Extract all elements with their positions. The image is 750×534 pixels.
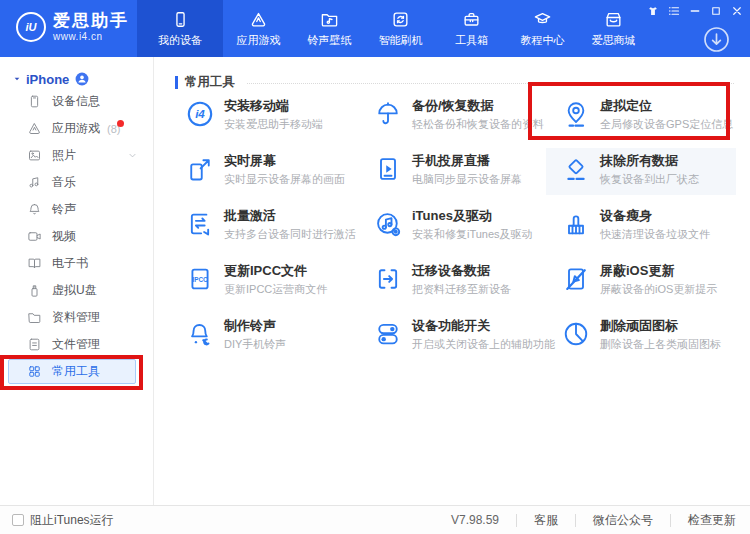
ringtones-icon (27, 202, 42, 217)
checkbox-icon[interactable] (12, 514, 24, 526)
sidebar-item-ringtones[interactable]: 铃声 (0, 196, 153, 223)
close-button[interactable] (731, 5, 743, 17)
app-title: 爱思助手 (53, 12, 129, 29)
chevron-down-icon[interactable] (127, 150, 138, 161)
data-management-icon (27, 310, 42, 325)
download-manager-button[interactable] (702, 25, 731, 54)
version-label: V7.98.59 (451, 513, 516, 527)
tool-text: 制作铃声DIY手机铃声 (224, 319, 286, 374)
tool-device-slim[interactable]: 设备瘦身快速清理设备垃圾文件 (562, 209, 750, 264)
i4-mall-icon (604, 10, 623, 29)
nav-tab-i4-mall[interactable]: 爱思商城 (578, 0, 649, 57)
tool-text: 迁移设备数据把资料迁移至新设备 (412, 264, 511, 319)
device-slim-icon (562, 210, 590, 238)
main-content: 常用工具 i4安装移动端安装爱思助手移动端备份/恢复数据轻松备份和恢复设备的资料… (154, 57, 750, 506)
virtual-usb-icon (27, 283, 42, 298)
statusbar-link-2[interactable]: 检查更新 (670, 514, 750, 527)
sidebar-item-common-tools[interactable]: 常用工具 (0, 358, 153, 385)
tool-text: iTunes及驱动安装和修复iTunes及驱动 (412, 209, 533, 264)
device-info-icon (27, 94, 42, 109)
block-itunes-checkbox-row[interactable]: 阻止iTunes运行 (12, 512, 114, 529)
file-management-icon (27, 337, 42, 352)
sidebar: iPhone 设备信息应用游戏(8)照片音乐铃声视频电子书虚拟U盘资料管理文件管… (0, 57, 154, 506)
nav-tab-toolbox[interactable]: 工具箱 (436, 0, 507, 57)
statusbar-link-0[interactable]: 客服 (516, 514, 575, 527)
minimize-button[interactable] (689, 5, 701, 17)
svg-text:IPCC: IPCC (192, 276, 207, 283)
menu-button[interactable] (668, 5, 680, 17)
tools-grid: i4安装移动端安装爱思助手移动端备份/恢复数据轻松备份和恢复设备的资料虚拟定位全… (186, 99, 750, 374)
section-header: 常用工具 (175, 74, 734, 91)
tool-text: 安装移动端安装爱思助手移动端 (224, 99, 323, 154)
make-ringtone-icon (186, 320, 214, 348)
my-device-icon (171, 10, 190, 29)
sidebar-item-videos[interactable]: 视频 (0, 223, 153, 250)
erase-all-data-icon (562, 155, 590, 183)
itunes-driver-icon (374, 210, 402, 238)
app-window: iU 爱思助手 www.i4.cn 我的设备应用游戏铃声壁纸智能刷机工具箱教程中… (0, 0, 750, 534)
app-update-count: (8) (107, 123, 120, 135)
statusbar-link-1[interactable]: 微信公众号 (575, 514, 670, 527)
tool-update-ipcc[interactable]: IPCC更新IPCC文件更新IPCC运营商文件 (186, 264, 374, 319)
tool-text: 手机投屏直播电脑同步显示设备屏幕 (412, 154, 522, 209)
virtual-location-icon (562, 100, 590, 128)
tool-block-ios-update[interactable]: 屏蔽iOS更新屏蔽设备的iOS更新提示 (562, 264, 750, 319)
photos-icon (27, 148, 42, 163)
nav-tab-my-device[interactable]: 我的设备 (137, 0, 223, 57)
nav-tab-app-games[interactable]: 应用游戏 (223, 0, 294, 57)
tool-screen-mirror[interactable]: 手机投屏直播电脑同步显示设备屏幕 (374, 154, 562, 209)
tool-migrate-data[interactable]: 迁移设备数据把资料迁移至新设备 (374, 264, 562, 319)
sidebar-item-file-management[interactable]: 文件管理 (0, 331, 153, 358)
i4-logo-icon: iU (16, 12, 46, 42)
statusbar-right: V7.98.59 客服微信公众号检查更新 (451, 513, 750, 527)
sidebar-item-app-games[interactable]: 应用游戏(8) (0, 115, 153, 142)
window-controls (647, 5, 743, 17)
migrate-data-icon (374, 265, 402, 293)
tool-text: 抹除所有数据恢复设备到出厂状态 (600, 154, 699, 209)
sidebar-item-photos[interactable]: 照片 (0, 142, 153, 169)
batch-activate-icon (186, 210, 214, 238)
sidebar-list: 设备信息应用游戏(8)照片音乐铃声视频电子书虚拟U盘资料管理文件管理常用工具 (0, 88, 153, 385)
screen-mirror-icon (374, 155, 402, 183)
app-logo: iU 爱思助手 www.i4.cn (16, 12, 129, 42)
device-header[interactable]: iPhone (0, 57, 153, 88)
toolbox-icon (462, 10, 481, 29)
delete-stubborn-icons-icon (562, 320, 590, 348)
tool-feature-toggles[interactable]: 设备功能开关开启或关闭设备上的辅助功能 (374, 319, 562, 374)
tool-install-mobile[interactable]: i4安装移动端安装爱思助手移动端 (186, 99, 374, 154)
tool-backup-restore[interactable]: 备份/恢复数据轻松备份和恢复设备的资料 (374, 99, 562, 154)
notification-dot-icon (117, 120, 124, 127)
tool-virtual-location[interactable]: 虚拟定位全局修改设备GPS定位信息 (562, 99, 750, 154)
checkbox-label: 阻止iTunes运行 (30, 512, 114, 529)
tool-text: 设备功能开关开启或关闭设备上的辅助功能 (412, 319, 555, 374)
ringtone-wallpaper-icon (320, 10, 339, 29)
nav-tab-smart-flash[interactable]: 智能刷机 (365, 0, 436, 57)
sidebar-item-data-management[interactable]: 资料管理 (0, 304, 153, 331)
tool-batch-activate[interactable]: 批量激活支持多台设备同时进行激活 (186, 209, 374, 264)
tool-delete-stubborn-icons[interactable]: 删除顽固图标删除设备上各类顽固图标 (562, 319, 750, 374)
svg-text:i4: i4 (195, 107, 205, 120)
backup-restore-icon (374, 100, 402, 128)
sidebar-item-music[interactable]: 音乐 (0, 169, 153, 196)
theme-button[interactable] (647, 5, 659, 17)
feature-toggles-icon (374, 320, 402, 348)
device-name: iPhone (26, 72, 69, 87)
tool-make-ringtone[interactable]: 制作铃声DIY手机铃声 (186, 319, 374, 374)
section-accent-bar (175, 76, 178, 89)
maximize-button[interactable] (710, 5, 722, 17)
tool-live-screen[interactable]: 实时屏幕实时显示设备屏幕的画面 (186, 154, 374, 209)
update-ipcc-icon: IPCC (186, 265, 214, 293)
app-games-icon (27, 121, 42, 136)
app-url: www.i4.cn (53, 31, 129, 42)
sidebar-item-virtual-usb[interactable]: 虚拟U盘 (0, 277, 153, 304)
nav-tab-ringtone-wallpaper[interactable]: 铃声壁纸 (294, 0, 365, 57)
sidebar-item-device-info[interactable]: 设备信息 (0, 88, 153, 115)
sidebar-item-ebooks[interactable]: 电子书 (0, 250, 153, 277)
tool-text: 设备瘦身快速清理设备垃圾文件 (600, 209, 710, 264)
tool-text: 删除顽固图标删除设备上各类顽固图标 (600, 319, 721, 374)
tool-itunes-driver[interactable]: iTunes及驱动安装和修复iTunes及驱动 (374, 209, 562, 264)
smart-flash-icon (391, 10, 410, 29)
caret-down-icon (13, 75, 21, 83)
nav-tab-tutorial-center[interactable]: 教程中心 (507, 0, 578, 57)
tool-erase-all-data[interactable]: 抹除所有数据恢复设备到出厂状态 (562, 154, 750, 209)
